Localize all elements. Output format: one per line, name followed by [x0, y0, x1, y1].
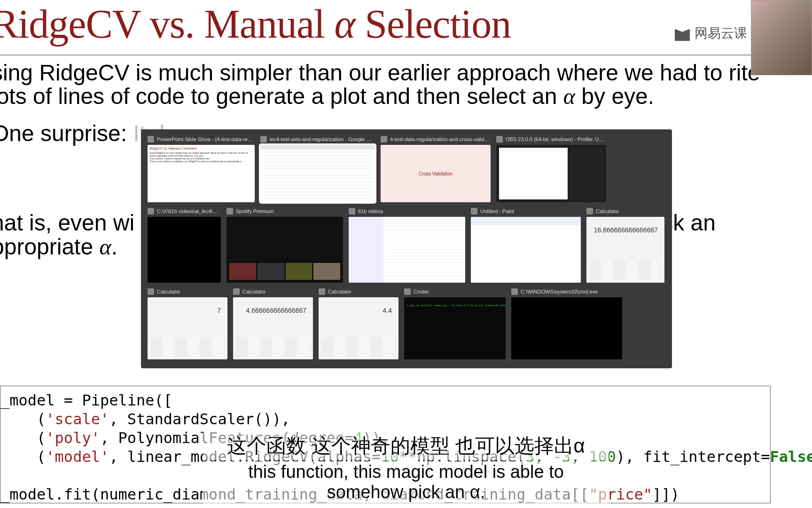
title-divider [0, 55, 799, 56]
cmder-icon [404, 288, 411, 295]
switcher-item-header: Calculator [319, 287, 398, 296]
switcher-item-title: Cmder [414, 289, 429, 294]
switcher-item[interactable]: lec4-test-sets-and-regularization - Goog… [260, 135, 375, 202]
switcher-item-title: 4-test-data-regularization-and-cross-val… [390, 136, 491, 142]
switcher-item-header: lec4-test-sets-and-regularization - Goog… [260, 135, 375, 143]
window-switcher[interactable]: PowerPoint Slide Show - [4-test-data-reg… [141, 129, 672, 368]
folder-icon [349, 208, 355, 214]
video-subtitles: 这个函数 这个神奇的模型 也可以选择出α this function, this… [203, 432, 609, 503]
paragraph-1: sing RidgeCV is much simpler than our ea… [0, 61, 790, 109]
title-alpha: α [335, 1, 355, 47]
calculator-icon [586, 208, 593, 214]
switcher-thumbnail [471, 217, 581, 283]
webcam-overlay [751, 0, 812, 75]
switcher-item-title: OBS 23.0.0 (64-bit, windows) - Profile: … [506, 136, 606, 142]
switcher-item-title: PowerPoint Slide Show - [4-test-data-reg… [157, 136, 255, 142]
slide-background: RidgeCV vs. Manual α Selection sing Ridg… [0, 0, 812, 508]
switcher-item-header: Spotify Premium [226, 207, 343, 215]
calculator-icon [233, 288, 240, 295]
switcher-item-title: Calculator [242, 289, 266, 294]
switcher-item[interactable]: OBS 23.0.0 (64-bit, windows) - Profile: … [496, 135, 606, 202]
title-text-b: Selection [355, 1, 511, 47]
title-text-a: RidgeCV vs. Manual [0, 1, 335, 47]
obs-icon [496, 136, 503, 143]
switcher-item[interactable]: C:\WINDOWS\system32\cmd.exe [511, 287, 622, 359]
switcher-thumbnail [511, 297, 622, 359]
calculator-icon [319, 288, 325, 295]
switcher-item-title: Calculator [157, 289, 180, 294]
calculator-icon [148, 288, 154, 295]
switcher-item[interactable]: C:\X\61b videos\ai_lec4\… [148, 207, 221, 283]
switcher-item[interactable]: Calculator16.666666666666667 [586, 207, 664, 283]
switcher-thumbnail [226, 217, 343, 283]
switcher-item[interactable]: Spotify Premium [226, 207, 343, 283]
powerpoint-icon [148, 136, 154, 143]
switcher-thumbnail [148, 217, 221, 283]
switcher-thumbnail [349, 217, 465, 283]
switcher-item[interactable]: 4-test-data-regularization-and-cross-val… [381, 135, 491, 202]
switcher-item-header: Untitled - Paint [471, 207, 581, 215]
switcher-thumbnail: λ npm run build\n> compiling...\n> done … [404, 297, 506, 359]
switcher-item-title: lec4-test-sets-and-regularization - Goog… [270, 136, 375, 142]
switcher-item-title: Spotify Premium [236, 208, 274, 214]
switcher-item[interactable]: Calculator4.4 [319, 287, 398, 359]
switcher-item-header: C:\WINDOWS\system32\cmd.exe [511, 287, 622, 296]
switcher-item-header: Cmder [404, 287, 506, 296]
switcher-item-header: Calculator [586, 207, 664, 215]
switcher-thumbnail [496, 145, 606, 202]
switcher-item-header: Calculator [233, 287, 313, 296]
powerpoint-icon [381, 136, 387, 143]
platform-logo-icon [675, 26, 690, 41]
switcher-item[interactable]: Calculator4.666666666666667 [233, 287, 313, 359]
switcher-item-header: PowerPoint Slide Show - [4-test-data-reg… [148, 135, 255, 143]
platform-brand-text: 网易云课 [695, 24, 747, 42]
switcher-item-title: C:\WINDOWS\system32\cmd.exe [521, 289, 598, 294]
switcher-thumbnail [260, 145, 375, 202]
terminal-icon [148, 208, 154, 214]
terminal-icon [511, 288, 518, 295]
subtitle-zh: 这个函数 这个神奇的模型 也可以选择出α [203, 432, 609, 460]
spotify-icon [226, 208, 233, 214]
switcher-item-header: 61b videos [349, 207, 465, 215]
paint-icon [471, 208, 477, 214]
subtitle-en: this function, this magic model is able … [203, 461, 609, 503]
platform-brand: 网易云课 [675, 24, 747, 42]
switcher-item[interactable]: Calculator7 [148, 287, 227, 359]
switcher-thumbnail: RidgeCV vs. Manual α SelectionUsing Ridg… [148, 145, 255, 202]
switcher-item[interactable]: Untitled - Paint [471, 207, 581, 283]
switcher-item[interactable]: 61b videos [349, 207, 465, 283]
switcher-thumbnail: 16.666666666666667 [586, 217, 664, 283]
switcher-item-title: C:\X\61b videos\ai_lec4\… [157, 208, 218, 214]
switcher-item-header: OBS 23.0.0 (64-bit, windows) - Profile: … [496, 135, 606, 143]
switcher-item-title: Untitled - Paint [480, 208, 514, 214]
switcher-thumbnail: 7 [148, 297, 227, 359]
switcher-thumbnail: 4.4 [319, 297, 398, 359]
switcher-item-title: Calculator [596, 208, 619, 214]
switcher-item-header: C:\X\61b videos\ai_lec4\… [148, 207, 221, 215]
switcher-thumbnail: Cross Validation [381, 145, 491, 202]
switcher-item[interactable]: PowerPoint Slide Show - [4-test-data-reg… [148, 135, 255, 202]
switcher-thumbnail: 4.666666666666667 [233, 297, 313, 359]
chrome-icon [260, 136, 267, 143]
switcher-item-title: Calculator [328, 289, 351, 294]
switcher-item-header: 4-test-data-regularization-and-cross-val… [381, 135, 491, 143]
switcher-item-header: Calculator [148, 287, 227, 296]
switcher-item-title: 61b videos [358, 208, 383, 214]
switcher-item[interactable]: Cmderλ npm run build\n> compiling...\n> … [404, 287, 506, 359]
